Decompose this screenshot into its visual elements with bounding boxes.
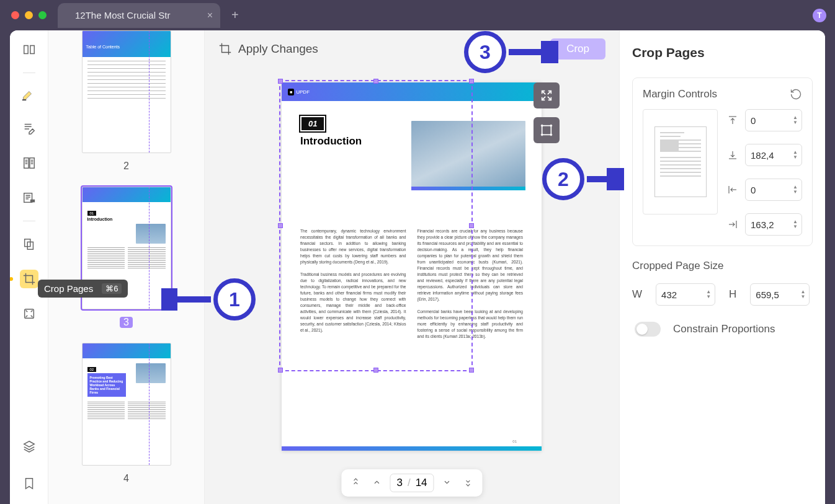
- crop-button[interactable]: Crop: [550, 38, 605, 60]
- titlebar: 12The Most Crucial Str × + T: [0, 0, 835, 30]
- height-input[interactable]: 659,5▲▼: [750, 283, 810, 306]
- layers-icon[interactable]: [20, 437, 38, 456]
- first-page-button[interactable]: [347, 474, 364, 492]
- margin-controls-section: Margin Controls 0▲▼ 182,4▲▼ 0▲▼: [632, 77, 813, 246]
- tab-title: 12The Most Crucial Str: [75, 10, 170, 20]
- margin-top-icon: [726, 114, 739, 126]
- crop-pages-icon[interactable]: [20, 270, 38, 288]
- bookmark-icon[interactable]: [20, 474, 38, 493]
- crop-box-button[interactable]: [534, 117, 560, 143]
- margin-left-icon: [726, 183, 739, 196]
- margin-controls-label: Margin Controls: [643, 88, 717, 100]
- svg-rect-8: [542, 126, 551, 135]
- thumbnail-panel[interactable]: Table of Contents 2 01 Introduction: [48, 30, 205, 504]
- margin-right-icon: [726, 218, 739, 231]
- redact-icon[interactable]: [20, 188, 38, 207]
- thumbnail-number: 2: [123, 161, 129, 172]
- margin-top-input[interactable]: 0▲▼: [745, 109, 802, 131]
- callout-2: 2: [542, 158, 624, 200]
- page-layout-icon[interactable]: [20, 154, 38, 172]
- cropped-size-section: Cropped Page Size W 432▲▼ H 659,5▲▼ Cons…: [632, 260, 813, 337]
- canvas-tools: [534, 82, 560, 143]
- svg-rect-1: [24, 158, 28, 169]
- prev-page-button[interactable]: [368, 474, 385, 492]
- close-window-icon[interactable]: [11, 11, 19, 19]
- page-field[interactable]: 3 / 14: [390, 474, 434, 492]
- reader-icon[interactable]: [20, 40, 38, 59]
- maximize-window-icon[interactable]: [38, 11, 47, 19]
- width-input[interactable]: 432▲▼: [656, 283, 715, 306]
- width-label: W: [632, 288, 642, 301]
- thumbnail-number: 3: [120, 317, 133, 328]
- thumbnail-number: 4: [123, 473, 129, 484]
- thumbnail-page[interactable]: Table of Contents 2: [67, 30, 185, 172]
- organize-pages-icon[interactable]: [20, 235, 38, 254]
- document-tab[interactable]: 12The Most Crucial Str ×: [58, 3, 220, 28]
- new-tab-icon[interactable]: +: [231, 8, 239, 22]
- editor-canvas: Apply Changes Crop ■UPDF 01 Introduction…: [205, 30, 619, 504]
- window-controls: [11, 11, 47, 19]
- constrain-label: Constrain Proportions: [673, 323, 775, 335]
- panel-title: Crop Pages: [632, 45, 813, 60]
- svg-rect-0: [22, 99, 25, 100]
- page-navigator: 3 / 14: [341, 469, 482, 497]
- reset-icon[interactable]: [790, 88, 802, 100]
- hero-image-placeholder: [411, 121, 525, 190]
- app-window: Table of Contents 2 01 Introduction: [10, 30, 825, 504]
- tool-rail: [10, 30, 48, 504]
- cropped-size-label: Cropped Page Size: [632, 260, 813, 272]
- crop-tool-icon: [218, 42, 232, 56]
- page-canvas[interactable]: ■UPDF 01 Introduction The contemporary, …: [205, 68, 619, 504]
- crop-pages-tooltip: Crop Pages ⌘6: [38, 280, 128, 298]
- callout-3: 3: [464, 31, 558, 73]
- document-page: ■UPDF 01 Introduction The contemporary, …: [282, 82, 542, 451]
- svg-rect-2: [29, 158, 33, 169]
- fit-page-button[interactable]: [534, 82, 560, 108]
- thumbnail-page[interactable]: 02 Promoting Best Practice and Reducing …: [67, 343, 185, 484]
- constrain-toggle[interactable]: [635, 322, 661, 337]
- margin-right-input[interactable]: 163,2▲▼: [745, 213, 802, 236]
- minimize-window-icon[interactable]: [25, 11, 33, 19]
- next-page-button[interactable]: [439, 474, 455, 492]
- svg-rect-4: [30, 200, 34, 203]
- margin-bottom-input[interactable]: 182,4▲▼: [745, 144, 802, 166]
- callout-1: 1: [161, 278, 256, 321]
- highlighter-icon[interactable]: [20, 87, 36, 103]
- height-label: H: [729, 288, 736, 301]
- compress-icon[interactable]: [20, 304, 38, 323]
- crop-panel: Crop Pages Margin Controls 0▲▼: [619, 30, 825, 504]
- edit-text-icon[interactable]: [20, 119, 38, 138]
- margin-bottom-icon: [726, 149, 739, 161]
- last-page-button[interactable]: [460, 474, 476, 492]
- apply-changes-label: Apply Changes: [238, 42, 318, 56]
- close-tab-icon[interactable]: ×: [207, 10, 213, 21]
- margin-left-input[interactable]: 0▲▼: [745, 179, 802, 201]
- user-avatar[interactable]: T: [813, 9, 826, 22]
- margin-preview: [643, 109, 718, 214]
